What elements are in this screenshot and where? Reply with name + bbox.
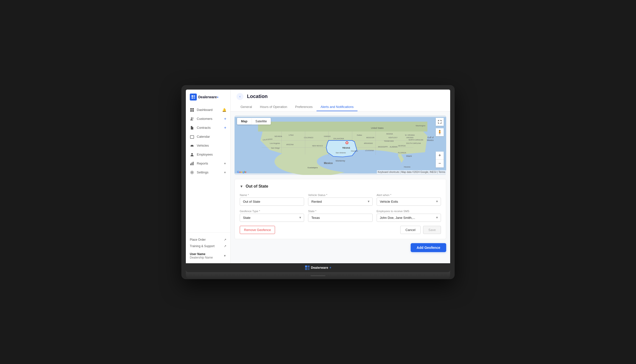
alert-when-label: Alert when * [377, 194, 441, 196]
state-input[interactable] [308, 214, 372, 222]
alert-when-select-wrapper: Vehicle Exits Vehicle Enters ▼ [377, 198, 441, 206]
svg-rect-0 [191, 95, 193, 97]
svg-text:ARIZONA: ARIZONA [286, 144, 294, 146]
taskbar: Dealerware+ [186, 263, 450, 272]
vehicle-status-field-group: Vehicle Status * Rented Available All ▼ [308, 194, 372, 206]
svg-text:Houston: Houston [351, 150, 358, 152]
vehicle-status-select[interactable]: Rented Available All [308, 198, 372, 206]
external-link-icon-2: ↗ [224, 244, 226, 248]
sidebar-item-customers[interactable]: Customers + [186, 114, 230, 123]
tab-hours[interactable]: Hours of Operation [256, 103, 291, 111]
google-logo: Google [237, 170, 247, 174]
svg-text:NEVADA: NEVADA [275, 135, 282, 137]
svg-text:KANSAS: KANSAS [324, 135, 331, 137]
sidebar-item-employees[interactable]: Employees [186, 150, 230, 159]
main-content: ‹ Location General Hours of Operation Pr… [231, 90, 450, 263]
user-section: User Name Dealership Name ▼ [190, 249, 226, 259]
geofence-title: Out of State [246, 184, 268, 188]
svg-text:Los Angeles: Los Angeles [270, 142, 280, 144]
svg-text:INDIANA: INDIANA [386, 133, 393, 135]
employees-sms-select-wrapper: John Doe, Jane Smith,... ▼ [377, 214, 441, 222]
taskbar-logo: Dealerware+ [305, 265, 331, 270]
svg-text:United States: United States [371, 126, 384, 129]
alert-when-field-group: Alert when * Vehicle Exits Vehicle Enter… [377, 194, 441, 206]
map-attribution: Keyboard shortcuts | Map data ©2024 Goog… [377, 170, 446, 174]
svg-text:GEORGIA: GEORGIA [398, 145, 406, 146]
name-input[interactable] [240, 198, 304, 206]
tab-alerts[interactable]: Alerts and Notifications [317, 103, 357, 111]
sidebar-item-vehicles[interactable]: Vehicles [186, 141, 230, 150]
add-geofence-button[interactable]: Add Geofence [411, 243, 446, 252]
sidebar-item-reports[interactable]: Reports ▼ [186, 159, 230, 168]
sidebar-item-settings[interactable]: Settings ▼ [186, 168, 230, 177]
svg-text:UTAH: UTAH [289, 134, 294, 136]
geofence-type-select[interactable]: State Radius Custom [240, 214, 304, 222]
svg-text:Gulf of: Gulf of [427, 136, 434, 138]
logo-icon [190, 94, 197, 100]
car-icon [190, 144, 194, 148]
streetview-button[interactable]: 🧍 [436, 128, 444, 136]
contracts-add-icon[interactable]: + [224, 126, 226, 130]
top-bar: ‹ Location General Hours of Operation Pr… [231, 90, 450, 112]
cancel-button[interactable]: Cancel [400, 226, 420, 234]
vehicle-status-label: Vehicle Status * [308, 194, 372, 196]
sidebar-item-calendar[interactable]: Calendar [186, 132, 230, 141]
training-support-link[interactable]: Training & Support ↗ [190, 243, 226, 249]
svg-text:SOUTH CAROLINA: SOUTH CAROLINA [406, 142, 421, 144]
svg-text:NEW MEXICO: NEW MEXICO [312, 145, 323, 146]
svg-rect-10 [190, 136, 194, 138]
svg-text:Havana: Havana [404, 166, 411, 168]
tab-general[interactable]: General [237, 103, 256, 111]
external-link-icon: ↗ [224, 238, 226, 242]
svg-text:San Diego: San Diego [271, 147, 280, 149]
svg-text:FLORIDA: FLORIDA [398, 152, 406, 154]
svg-rect-6 [190, 110, 192, 112]
geofence-header[interactable]: ▼ Out of State [240, 184, 441, 188]
bell-icon: 🔔 [222, 108, 226, 112]
svg-rect-14 [190, 164, 191, 165]
chart-icon [190, 161, 194, 166]
svg-rect-68 [308, 266, 310, 268]
svg-rect-4 [190, 108, 192, 110]
geofence-type-label: Geofence Type * [240, 210, 304, 213]
svg-point-17 [191, 172, 193, 173]
sidebar-item-contracts[interactable]: Contracts + [186, 123, 230, 132]
svg-rect-2 [191, 97, 193, 99]
zoom-out-button[interactable]: − [436, 160, 444, 168]
geofence-type-field-group: Geofence Type * State Radius Custom ▼ [240, 210, 304, 222]
satellite-view-button[interactable]: Satellite [251, 118, 271, 124]
svg-point-12 [192, 146, 193, 147]
svg-rect-15 [191, 162, 192, 165]
employees-sms-select[interactable]: John Doe, Jane Smith,... [377, 214, 441, 222]
map-view-button[interactable]: Map [237, 118, 251, 124]
back-button[interactable]: ‹ [237, 93, 244, 100]
zoom-in-button[interactable]: + [436, 152, 444, 160]
svg-point-9 [192, 118, 193, 118]
save-cancel-group: Cancel Save [400, 226, 441, 234]
svg-text:Dallas: Dallas [357, 134, 362, 136]
svg-text:Mexico: Mexico [427, 139, 434, 141]
tab-preferences[interactable]: Preferences [291, 103, 317, 111]
user-chevron-icon[interactable]: ▼ [223, 254, 226, 258]
fullscreen-button[interactable] [436, 118, 444, 126]
map-container: TEXAS United States Mexico Gulf of Mexic… [235, 116, 446, 175]
remove-geofence-button[interactable]: Remove Geofence [240, 226, 275, 234]
svg-text:W. VIRGINIA: W. VIRGINIA [405, 134, 415, 136]
svg-text:LOUISIANA: LOUISIANA [365, 149, 374, 151]
svg-text:COLORADO: COLORADO [304, 136, 313, 138]
geofence-row-2: Geofence Type * State Radius Custom ▼ [240, 210, 441, 222]
place-order-link[interactable]: Place Order ↗ [190, 236, 226, 243]
customers-add-icon[interactable]: + [224, 116, 226, 121]
logo: Dealerware+ [186, 94, 230, 106]
map-zoom-controls: + − [436, 152, 444, 168]
save-button[interactable]: Save [423, 226, 441, 234]
svg-point-13 [191, 153, 193, 154]
sidebar-item-dashboard[interactable]: Dashboard 🔔 [186, 106, 230, 114]
svg-text:KENTUCKY: KENTUCKY [388, 136, 398, 138]
form-actions: Remove Geofence Cancel Save [240, 226, 441, 234]
state-label: State * [308, 210, 372, 213]
sidebar: Dealerware+ Da [186, 90, 231, 263]
logo-text: Dealerware+ [198, 95, 219, 99]
vehicle-status-select-wrapper: Rented Available All ▼ [308, 198, 372, 206]
alert-when-select[interactable]: Vehicle Exits Vehicle Enters [377, 198, 441, 206]
